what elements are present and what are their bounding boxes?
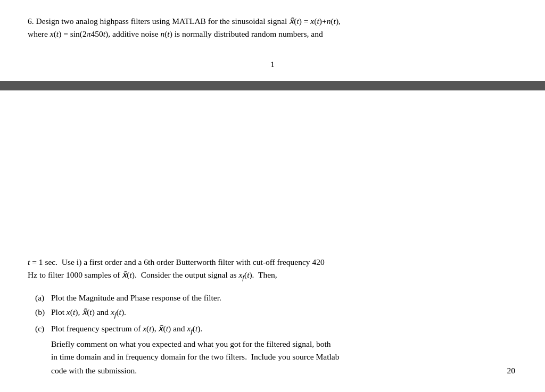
problem-line2: where x(t) = sin(2π450t), additive noise… [28,29,323,38]
sub-b-label: (b) [35,305,51,319]
bottom-section: t = 1 sec. Use i) a first order and a 6t… [0,90,545,392]
sub-c-extra-line2: in time domain and in frequency domain f… [51,351,517,363]
top-section: 6. Design two analog highpass filters us… [0,0,545,50]
continuation-text: t = 1 sec. Use i) a first order and a 6t… [28,256,517,283]
page: 6. Design two analog highpass filters us… [0,0,545,392]
problem-line1: Design two analog highpass filters using… [36,16,341,26]
sub-a-label: (a) [35,291,51,305]
sub-item-b: (b) Plot x(t), x̃(t) and xf(t). [35,305,517,320]
points-badge: 20 [507,364,518,377]
problem-text: 6. Design two analog highpass filters us… [28,15,517,40]
sub-c-extra-line3: code with the submission. [51,364,137,377]
sub-item-c: (c) Plot frequency spectrum of x(t), x̃(… [35,322,517,337]
sub-b-text: Plot x(t), x̃(t) and xf(t). [51,305,126,320]
sub-c-label: (c) [35,322,51,336]
sub-c-extra: Briefly comment on what you expected and… [35,338,517,377]
sub-c-extra-line1: Briefly comment on what you expected and… [51,338,517,351]
sub-items: (a) Plot the Magnitude and Phase respons… [28,291,517,377]
continuation-line1: t = 1 sec. Use i) a first order and a 6t… [28,257,325,266]
page-number-area: 1 [0,50,545,81]
sub-a-text: Plot the Magnitude and Phase response of… [51,291,221,305]
page-number: 1 [270,60,275,69]
problem-number: 6. [28,16,36,26]
divider-bar [0,81,545,90]
continuation-line2: Hz to filter 1000 samples of x̃(t). Cons… [28,270,277,279]
sub-c-text: Plot frequency spectrum of x(t), x̃(t) a… [51,322,202,337]
sub-item-a: (a) Plot the Magnitude and Phase respons… [35,291,517,305]
sub-c-bottom-row: code with the submission. 20 [51,364,517,377]
